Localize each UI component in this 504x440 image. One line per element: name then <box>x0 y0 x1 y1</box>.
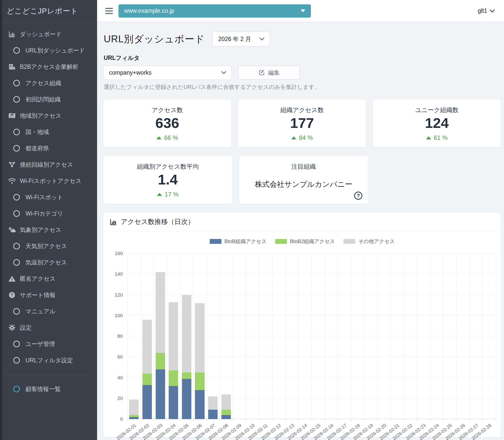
edit-filter-button[interactable]: 編集 <box>238 66 300 79</box>
sidebar-item-label: 気象別アクセス <box>20 226 61 234</box>
period-selector[interactable]: 2026 年 2 月 <box>212 32 270 46</box>
x-axis-tick <box>154 419 154 421</box>
circle-icon <box>13 341 20 347</box>
sidebar-item-3[interactable]: アクセス組織 <box>0 75 97 91</box>
app-brand: どこどこJPレポート <box>0 0 97 22</box>
menu-toggle-icon[interactable] <box>105 8 113 14</box>
sidebar-item-18[interactable]: 設定 <box>0 319 97 336</box>
sidebar-item-0[interactable]: ダッシュボード <box>0 26 97 42</box>
gridline <box>233 254 233 419</box>
sidebar-item-label: Wi-Fiカテゴリ <box>25 210 63 218</box>
gridline <box>285 254 286 419</box>
bar-chart-icon <box>8 30 16 38</box>
stat-value: 636 <box>155 116 179 131</box>
sidebar-item-2[interactable]: B2Bアクセス企業解析 <box>0 59 97 75</box>
x-axis-tick <box>272 419 272 421</box>
circle-icon <box>13 129 20 135</box>
bar-segment <box>208 396 218 410</box>
sidebar-item-label: 国・地域 <box>25 128 49 136</box>
building-icon <box>8 63 16 71</box>
bar-segment <box>182 379 191 419</box>
legend-item[interactable]: BtoB組織アクセス <box>210 238 267 245</box>
site-selector[interactable]: www.example.co.jp <box>118 4 311 18</box>
x-axis-tick <box>180 419 180 421</box>
gridline <box>404 254 404 419</box>
x-axis-tick <box>246 419 246 421</box>
legend-item[interactable]: BtoB2組織アクセス <box>275 238 335 245</box>
sidebar-item-13[interactable]: 天気別アクセス <box>0 238 97 254</box>
sidebar-item-15[interactable]: 匿名アクセス <box>0 271 97 287</box>
gridline <box>430 254 430 419</box>
legend-label: BtoB2組織アクセス <box>290 238 335 245</box>
x-axis-tick <box>259 419 259 421</box>
url-filter-selector[interactable]: company+works <box>103 65 232 80</box>
x-axis-tick <box>127 419 128 421</box>
app: どこどこJPレポート ダッシュボードURL別ダッシュボードB2Bアクセス企業解析… <box>0 0 504 440</box>
sidebar-item-label: URL別ダッシュボード <box>25 47 85 55</box>
circle-icon <box>13 210 20 217</box>
x-axis-tick <box>338 419 338 421</box>
help-icon[interactable]: ? <box>354 192 362 200</box>
x-axis-tick <box>167 419 167 421</box>
sidebar-item-label: 顧客情報一覧 <box>25 385 61 393</box>
bar-segment <box>221 410 231 415</box>
stat-card: 組織アクセス数17784 % <box>238 99 366 148</box>
sidebar-item-22[interactable]: 顧客情報一覧 <box>0 381 97 397</box>
sidebar-item-17[interactable]: マニュアル <box>0 303 97 319</box>
gear-icon <box>8 324 16 331</box>
stat-card: 組織別アクセス数平均1.417 % <box>103 156 232 204</box>
svg-text:?: ? <box>11 293 13 297</box>
x-axis-tick <box>285 419 286 421</box>
sidebar-item-1[interactable]: URL別ダッシュボード <box>0 42 97 59</box>
stat-card: ユニーク組織数12461 % <box>373 99 501 148</box>
stat-title: アクセス数 <box>152 106 183 114</box>
legend-swatch <box>275 239 287 244</box>
gridline <box>259 254 259 419</box>
x-axis-tick <box>443 419 443 421</box>
sidebar-item-label: 地域別アクセス <box>20 112 61 120</box>
sidebar-item-6[interactable]: 国・地域 <box>0 124 97 140</box>
x-axis-tick <box>456 419 457 421</box>
stat-value: 124 <box>425 116 449 131</box>
gridline <box>417 254 417 419</box>
sidebar-item-10[interactable]: Wi-Fiスポット <box>0 189 97 205</box>
sidebar-item-9[interactable]: Wi-Fiスポットアクセス <box>0 173 97 189</box>
y-axis-tick-label: 120 <box>106 292 123 298</box>
pencil-square-icon <box>258 69 265 76</box>
gridline <box>351 254 351 419</box>
y-axis-tick-label: 100 <box>106 313 123 318</box>
bar-segment <box>142 374 152 385</box>
y-axis-tick-label: 80 <box>106 334 123 339</box>
sidebar-item-11[interactable]: Wi-Fiカテゴリ <box>0 205 97 222</box>
sidebar-item-7[interactable]: 都道府県 <box>0 140 97 156</box>
warning-icon <box>8 275 16 283</box>
main-column: www.example.co.jp glt1 URL別ダッシュボード 2026 … <box>97 0 504 440</box>
sidebar-item-label: アクセス組織 <box>25 79 61 87</box>
sidebar-item-14[interactable]: 気温別アクセス <box>0 254 97 271</box>
gridline <box>298 254 299 419</box>
sidebar-item-20[interactable]: URLフィルタ設定 <box>0 352 97 368</box>
url-filter-note: 選択したフィルタに登録されたURLパス条件に合致するアクセスのみを集計します。 <box>104 83 501 91</box>
x-axis-tick <box>141 419 141 421</box>
gridline <box>377 254 378 419</box>
bar-chart-icon <box>110 218 117 226</box>
featured-org-card: 注目組織 株式会社サンプルカンパニー ? <box>239 156 368 204</box>
sidebar-item-8[interactable]: 接続回線別アクセス <box>0 156 97 173</box>
sidebar-item-label: B2Bアクセス企業解析 <box>20 63 78 71</box>
sidebar-item-label: ユーザ管理 <box>25 340 55 348</box>
sidebar-item-16[interactable]: ?サポート情報 <box>0 287 97 303</box>
stats-row-2: 組織別アクセス数平均1.417 % 注目組織 株式会社サンプルカンパニー ? <box>103 156 501 204</box>
bar-segment <box>182 295 191 373</box>
sidebar-item-label: 気温別アクセス <box>25 259 67 266</box>
legend-item[interactable]: その他アクセス <box>343 238 395 245</box>
user-menu[interactable]: glt1 <box>478 7 495 14</box>
gridline <box>338 254 338 419</box>
sidebar-item-label: サポート情報 <box>20 291 56 299</box>
sidebar-item-4[interactable]: 初回訪問組織 <box>0 91 97 108</box>
circle-icon-accent <box>13 386 20 392</box>
sidebar-item-5[interactable]: 地域別アクセス <box>0 108 97 124</box>
x-axis-tick <box>430 419 430 421</box>
sidebar-item-12[interactable]: 気象別アクセス <box>0 222 97 238</box>
gridline <box>154 254 154 419</box>
sidebar-item-19[interactable]: ユーザ管理 <box>0 336 97 352</box>
